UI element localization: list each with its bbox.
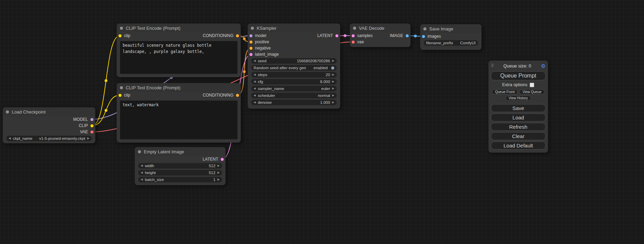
node-collapse-dot[interactable] (423, 27, 426, 30)
right-arrow-icon[interactable]: ▶ (332, 94, 334, 97)
left-arrow-icon[interactable]: ◀ (254, 87, 256, 90)
node-collapse-dot[interactable] (6, 110, 9, 114)
vae-output-slot[interactable] (90, 130, 94, 134)
width-widget[interactable]: ◀ width 512 ▶ (138, 163, 222, 169)
toggle-knob-icon[interactable] (331, 66, 334, 70)
clear-button[interactable]: Clear (491, 132, 546, 140)
cfg-widget[interactable]: ◀ cfg 8.000 ▶ (251, 79, 337, 84)
left-arrow-icon[interactable]: ◀ (254, 94, 256, 97)
image-output-slot[interactable] (406, 34, 409, 37)
left-arrow-icon[interactable]: ◀ (9, 137, 11, 140)
node-title-bar[interactable]: Empty Latent Image (135, 147, 226, 156)
conditioning-output-slot[interactable] (236, 94, 239, 97)
node-clip-text-encode-negative[interactable]: CLIP Text Encode (Prompt) clip CONDITION… (117, 83, 241, 143)
negative-prompt-textarea[interactable]: text, watermark (120, 100, 238, 139)
positive-prompt-textarea[interactable]: beautiful scenery nature glass bottle la… (120, 41, 238, 74)
node-save-image[interactable]: Save Image images filename_prefix ComfyU… (420, 24, 482, 50)
output-slot-row: LATENT (135, 156, 226, 162)
widget-value: 1 (213, 178, 215, 182)
load-default-button[interactable]: Load Default (491, 142, 546, 150)
samples-input-slot[interactable] (352, 34, 355, 37)
height-widget[interactable]: ◀ height 512 ▶ (138, 170, 222, 175)
positive-input-slot[interactable] (249, 40, 253, 44)
link-midpoint-dot (414, 35, 417, 37)
batch-size-widget[interactable]: ◀ batch_size 1 ▶ (138, 177, 222, 182)
node-vae-decode[interactable]: VAE Decode samples IMAGE vae (350, 24, 411, 47)
node-title-bar[interactable]: CLIP Text Encode (Prompt) (117, 83, 241, 92)
node-load-checkpoint[interactable]: Load Checkpoint MODEL CLIP VAE ◀ ckpt_na… (3, 107, 95, 143)
link-midpoint-dot (243, 37, 246, 40)
left-arrow-icon[interactable]: ◀ (141, 164, 143, 167)
link-midpoint-dot (344, 34, 346, 37)
filename-prefix-widget[interactable]: filename_prefix ComfyUI (424, 40, 478, 46)
denoise-widget[interactable]: ◀ denoise 1.000 ▶ (251, 100, 337, 105)
node-empty-latent-image[interactable]: Empty Latent Image LATENT ◀ width 512 ▶ … (135, 147, 226, 185)
node-collapse-dot[interactable] (251, 27, 254, 30)
link-midpoint-dot (105, 109, 107, 112)
node-title-bar[interactable]: Load Checkpoint (3, 107, 95, 116)
left-arrow-icon[interactable]: ◀ (254, 73, 256, 76)
left-arrow-icon[interactable]: ◀ (141, 178, 143, 181)
right-arrow-icon[interactable]: ▶ (332, 80, 334, 83)
negative-input-slot[interactable] (249, 47, 253, 50)
node-graph-canvas[interactable]: Load Checkpoint MODEL CLIP VAE ◀ ckpt_na… (0, 0, 644, 244)
images-input-slot[interactable] (422, 35, 425, 38)
extra-options-checkbox[interactable] (530, 83, 534, 87)
node-clip-text-encode-positive[interactable]: CLIP Text Encode (Prompt) clip CONDITION… (117, 24, 241, 77)
right-arrow-icon[interactable]: ▶ (332, 101, 334, 104)
steps-widget[interactable]: ◀ steps 20 ▶ (251, 72, 337, 78)
left-arrow-icon[interactable]: ◀ (254, 80, 256, 83)
right-arrow-icon[interactable]: ▶ (332, 87, 334, 90)
latent-output-slot[interactable] (221, 158, 224, 161)
ckpt-name-widget[interactable]: ◀ ckpt_name v1-5-pruned-emaonly.ckpt ▶ (6, 136, 92, 141)
settings-gear-icon[interactable]: ⚙ (541, 63, 546, 69)
node-title-bar[interactable]: VAE Decode (350, 24, 411, 33)
input-label: positive (255, 39, 269, 44)
queue-front-button[interactable]: Queue Front (492, 89, 518, 94)
node-title-bar[interactable]: KSampler (248, 24, 340, 33)
clip-input-slot[interactable] (118, 94, 122, 97)
random-seed-toggle-widget[interactable]: Random seed after every gen enabled (251, 65, 337, 71)
node-collapse-dot[interactable] (138, 150, 141, 153)
latent-output-slot[interactable] (335, 34, 338, 37)
node-collapse-dot[interactable] (120, 86, 123, 89)
node-collapse-dot[interactable] (120, 27, 123, 30)
right-arrow-icon[interactable]: ▶ (332, 60, 334, 62)
right-arrow-icon[interactable]: ▶ (332, 73, 334, 76)
save-button[interactable]: Save (491, 104, 546, 112)
widget-label: height (145, 171, 156, 175)
right-arrow-icon[interactable]: ▶ (87, 137, 89, 140)
model-output-slot[interactable] (90, 118, 94, 121)
right-arrow-icon[interactable]: ▶ (218, 171, 220, 174)
left-arrow-icon[interactable]: ◀ (254, 60, 256, 62)
view-history-button[interactable]: View History (505, 96, 531, 101)
vae-input-slot[interactable] (352, 40, 355, 44)
view-queue-button[interactable]: View Queue (519, 89, 544, 94)
clip-output-slot[interactable] (90, 124, 94, 127)
seed-widget[interactable]: ◀ seed 156680208700286 ▶ (251, 58, 337, 64)
conditioning-output-slot[interactable] (236, 34, 239, 37)
left-arrow-icon[interactable]: ◀ (254, 101, 256, 104)
load-button[interactable]: Load (491, 114, 546, 121)
node-title: Empty Latent Image (144, 149, 184, 154)
slot-row: vae (350, 39, 411, 45)
model-input-slot[interactable] (249, 34, 253, 37)
node-collapse-dot[interactable] (353, 27, 356, 30)
output-label: VAE (80, 129, 88, 134)
drag-handle-icon[interactable]: ⠿ (491, 63, 494, 68)
node-title-bar[interactable]: Save Image (420, 24, 482, 33)
sampler-name-widget[interactable]: ◀ sampler_name euler ▶ (251, 86, 337, 91)
node-title-bar[interactable]: CLIP Text Encode (Prompt) (117, 24, 241, 33)
latent-image-input-slot[interactable] (249, 53, 253, 56)
widget-value: 512 (209, 164, 215, 168)
left-arrow-icon[interactable]: ◀ (141, 171, 143, 174)
link-midpoint-dot (105, 79, 107, 82)
scheduler-widget[interactable]: ◀ scheduler normal ▶ (251, 93, 337, 98)
right-arrow-icon[interactable]: ▶ (218, 164, 220, 167)
input-label: samples (357, 33, 373, 38)
queue-prompt-button[interactable]: Queue Prompt (491, 71, 546, 80)
refresh-button[interactable]: Refresh (491, 123, 546, 131)
node-ksampler[interactable]: KSampler model LATENT positive negative … (248, 24, 340, 109)
clip-input-slot[interactable] (118, 34, 122, 37)
right-arrow-icon[interactable]: ▶ (218, 178, 220, 181)
